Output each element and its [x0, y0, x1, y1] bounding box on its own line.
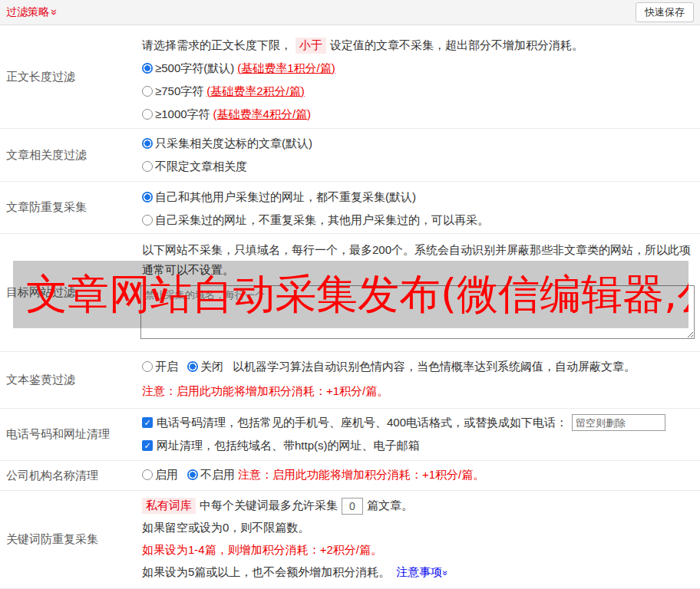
row-keyword-dedup: 关键词防重复采集 私有词库 中每个关键词最多允许采集 篇文章。 如果留空或设为0…	[0, 491, 700, 589]
url-clean-line: ✓ 网址清理，包括纯域名、带http(s)的网址、电子邮箱	[142, 434, 700, 457]
keyword-note-cost-text: 如果设为1-4篇，则增加积分消耗：+2积分/篇。	[142, 543, 382, 558]
option-750-fee-note: (基础费率2积分/篇)	[206, 84, 305, 99]
option-1000-fee-note: (基础费率4积分/篇)	[213, 107, 312, 122]
option-porn-on: 开启	[142, 360, 178, 374]
option-750-chars: ≥750字符 (基础费率2积分/篇)	[142, 80, 700, 103]
row-phone-url-clean: 电话号码和网址清理 ✓ 电话号码清理，包括常见的手机号、座机号、400电话格式，…	[0, 409, 700, 461]
keyword-note-empty-text: 如果留空或设为0，则不限篇数。	[142, 521, 309, 535]
option-porn-on-label: 开启	[155, 360, 178, 374]
option-company-off: 不启用	[187, 468, 235, 482]
row-company-clean: 公司机构名称清理 启用 不启用 注意：启用此功能将增加积分消耗：+1积分/篇。	[0, 461, 700, 491]
notice-link-label: 注意事项	[396, 565, 442, 580]
phone-clean-label: 电话号码清理，包括常见的手机号、座机号、400电话格式，或替换成如下电话：	[157, 416, 567, 430]
url-clean-label: 网址清理，包括纯域名、带http(s)的网址、电子邮箱	[157, 439, 420, 453]
keyword-note-cost: 如果设为1-4篇，则增加积分消耗：+2积分/篇。	[142, 539, 700, 561]
notice-link[interactable]: 注意事项 »	[396, 565, 448, 580]
radio-company-off[interactable]	[187, 469, 198, 480]
company-clean-options: 启用 不启用 注意：启用此功能将增加积分消耗：+1积分/篇。	[142, 463, 700, 486]
blocked-domains-textarea[interactable]	[140, 285, 695, 339]
company-clean-content: 启用 不启用 注意：启用此功能将增加积分消耗：+1积分/篇。	[142, 461, 700, 490]
phone-clean-checkbox[interactable]: ✓	[142, 417, 153, 428]
option-dedup-self: 自己采集过的网址，不重复采集，其他用户采集过的，可以再采。	[142, 209, 700, 232]
option-company-off-label: 不启用	[200, 468, 235, 482]
row-label-porn-filter: 文本鉴黄过滤	[0, 352, 142, 408]
less-than-tag: 小于	[296, 38, 326, 54]
radio-relevance-any[interactable]	[142, 161, 153, 172]
filter-strategy-page: 过滤策略 » 快速保存 正文长度过滤 请选择需求的正文长度下限， 小于 设定值的…	[0, 0, 700, 589]
keyword-count-input[interactable]	[342, 498, 363, 515]
check-icon: ✓	[144, 418, 150, 427]
option-relevance-default-label: 只采集相关度达标的文章(默认)	[155, 137, 312, 151]
chevron-double-down-icon: »	[49, 9, 60, 15]
row-label-content-length: 正文长度过滤	[0, 25, 142, 128]
radio-porn-off[interactable]	[187, 361, 198, 372]
option-porn-off: 关闭	[187, 360, 223, 374]
radio-company-on[interactable]	[142, 469, 153, 480]
row-label-phone-url-clean: 电话号码和网址清理	[0, 409, 142, 460]
company-clean-note: 注意：启用此功能将增加积分消耗：+1积分/篇。	[238, 468, 484, 482]
content-length-intro: 请选择需求的正文长度下限， 小于 设定值的文章不采集，超出部分不增加积分消耗。	[142, 34, 700, 57]
keyword-limit-suffix: 篇文章。	[367, 499, 413, 513]
row-relevance: 文章相关度过滤 只采集相关度达标的文章(默认) 不限定文章相关度	[0, 129, 700, 182]
option-500-chars: ≥500字符(默认) (基础费率1积分/篇)	[142, 57, 700, 80]
option-relevance-default: 只采集相关度达标的文章(默认)	[142, 132, 700, 155]
row-label-relevance: 文章相关度过滤	[0, 129, 142, 181]
quick-save-button[interactable]: 快速保存	[636, 2, 694, 22]
row-content-length: 正文长度过滤 请选择需求的正文长度下限， 小于 设定值的文章不采集，超出部分不增…	[0, 25, 700, 129]
radio-relevance-default[interactable]	[142, 138, 153, 149]
replacement-phone-input[interactable]	[572, 414, 665, 431]
row-porn-filter: 文本鉴黄过滤 开启 关闭 以机器学习算法自动识别色情内容，当色情概率达到系统阈值…	[0, 352, 700, 409]
chevron-double-down-icon: »	[441, 570, 451, 575]
intro-prefix: 请选择需求的正文长度下限，	[142, 38, 292, 53]
porn-filter-note: 注意：启用此功能将增加积分消耗：+1积分/篇。	[142, 384, 388, 399]
keyword-dedup-content: 私有词库 中每个关键词最多允许采集 篇文章。 如果留空或设为0，则不限篇数。 如…	[142, 491, 700, 588]
phone-url-clean-content: ✓ 电话号码清理，包括常见的手机号、座机号、400电话格式，或替换成如下电话： …	[142, 409, 700, 460]
keyword-limit-text: 中每个关键词最多允许采集	[200, 499, 338, 513]
keyword-note-five-text: 如果设为5篇或以上，也不会额外增加积分消耗。	[142, 565, 390, 580]
row-label-company-clean: 公司机构名称清理	[0, 461, 142, 490]
option-company-on: 启用	[142, 468, 178, 482]
option-dedup-all: 自己和其他用户采集过的网址，都不重复采集(默认)	[142, 186, 700, 209]
page-title[interactable]: 过滤策略 »	[6, 5, 58, 19]
option-relevance-any-label: 不限定文章相关度	[155, 160, 247, 174]
porn-filter-options: 开启 关闭 以机器学习算法自动识别色情内容，当色情概率达到系统阈值，自动屏蔽文章…	[142, 355, 700, 378]
keyword-note-empty: 如果留空或设为0，则不限篇数。	[142, 517, 700, 539]
target-site-content: 以下网站不采集，只填域名，每行一个，最多200个。系统会自动识别并屏蔽那些非文章…	[142, 234, 700, 351]
topbar: 过滤策略 » 快速保存	[0, 0, 700, 25]
url-clean-checkbox[interactable]: ✓	[142, 440, 153, 451]
radio-750-chars[interactable]	[142, 86, 153, 97]
check-icon: ✓	[144, 441, 150, 450]
radio-porn-on[interactable]	[142, 361, 153, 372]
porn-filter-content: 开启 关闭 以机器学习算法自动识别色情内容，当色情概率达到系统阈值，自动屏蔽文章…	[142, 352, 700, 408]
url-dedup-options: 自己和其他用户采集过的网址，都不重复采集(默认) 自己采集过的网址，不重复采集，…	[142, 182, 700, 233]
option-dedup-self-label: 自己采集过的网址，不重复采集，其他用户采集过的，可以再采。	[155, 213, 489, 228]
row-url-dedup: 文章防重复采集 自己和其他用户采集过的网址，都不重复采集(默认) 自己采集过的网…	[0, 182, 700, 234]
content-length-options: 请选择需求的正文长度下限， 小于 设定值的文章不采集，超出部分不增加积分消耗。 …	[142, 25, 700, 128]
option-500-fee-note: (基础费率1积分/篇)	[237, 61, 335, 76]
relevance-options: 只采集相关度达标的文章(默认) 不限定文章相关度	[142, 129, 700, 181]
porn-filter-description: 以机器学习算法自动识别色情内容，当色情概率达到系统阈值，自动屏蔽文章。	[233, 360, 636, 374]
row-label-url-dedup: 文章防重复采集	[0, 182, 142, 233]
row-label-target-site: 目标网站过滤	[0, 234, 142, 351]
option-750-label: ≥750字符	[155, 84, 203, 99]
target-site-description: 以下网站不采集，只填域名，每行一个，最多200个。系统会自动识别并屏蔽那些非文章…	[142, 240, 692, 280]
option-relevance-any: 不限定文章相关度	[142, 155, 700, 178]
radio-dedup-all[interactable]	[142, 192, 153, 202]
radio-500-chars[interactable]	[142, 63, 153, 74]
option-1000-chars: ≥1000字符 (基础费率4积分/篇)	[142, 103, 700, 126]
row-target-site: 目标网站过滤 以下网站不采集，只填域名，每行一个，最多200个。系统会自动识别并…	[0, 234, 700, 352]
intro-suffix: 设定值的文章不采集，超出部分不增加积分消耗。	[330, 38, 583, 53]
radio-1000-chars[interactable]	[142, 109, 153, 120]
page-title-label: 过滤策略	[6, 5, 49, 19]
porn-filter-note-line: 注意：启用此功能将增加积分消耗：+1积分/篇。	[142, 380, 700, 403]
option-1000-label: ≥1000字符	[155, 107, 210, 122]
phone-clean-line: ✓ 电话号码清理，包括常见的手机号、座机号、400电话格式，或替换成如下电话：	[142, 411, 700, 434]
private-lexicon-tag[interactable]: 私有词库	[142, 498, 196, 514]
option-dedup-all-label: 自己和其他用户采集过的网址，都不重复采集(默认)	[155, 190, 416, 205]
option-porn-off-label: 关闭	[200, 360, 223, 374]
radio-dedup-self[interactable]	[142, 215, 153, 225]
keyword-note-five: 如果设为5篇或以上，也不会额外增加积分消耗。 注意事项 »	[142, 561, 700, 584]
option-500-label: ≥500字符(默认)	[155, 61, 234, 76]
row-label-keyword-dedup: 关键词防重复采集	[0, 491, 142, 588]
keyword-limit-line: 私有词库 中每个关键词最多允许采集 篇文章。	[142, 495, 700, 517]
